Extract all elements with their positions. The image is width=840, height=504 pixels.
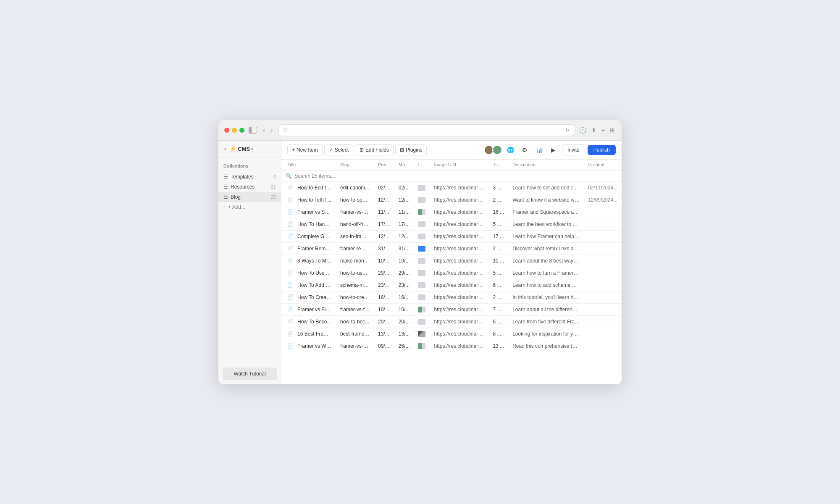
plugins-button[interactable]: ⊞ Plugins — [395, 144, 427, 155]
forward-button[interactable]: › — [269, 126, 275, 134]
cell-image-url: https://res.cloudinary.c... — [430, 328, 488, 340]
analytics-icon-button[interactable]: 📊 — [533, 144, 545, 156]
plus-icon: + — [292, 147, 295, 153]
cell-description: Learn how to add schema ma... — [508, 279, 584, 291]
table-row[interactable]: 📄 Framer vs Squ... framer-vs-s... 11/...… — [281, 206, 622, 218]
cell-image-url: https://res.cloudinary.c... — [430, 206, 488, 218]
collections-title: Collections — [218, 162, 281, 172]
url-bar[interactable]: 🛡 ↻ — [278, 124, 574, 136]
cell-created — [584, 242, 622, 255]
cell-mo: 20/... — [394, 315, 414, 328]
globe-icon-button[interactable]: 🌐 — [505, 144, 517, 156]
edit-fields-label: Edit Fields — [365, 147, 389, 153]
cell-description: Learn the best workflow to ha... — [508, 218, 584, 230]
watch-tutorial-button[interactable]: Watch Tutorial — [223, 368, 277, 380]
new-item-button[interactable]: + New Item — [287, 144, 323, 155]
sidebar-toggle-icon[interactable] — [249, 127, 257, 134]
table-row[interactable]: 📄 How To Hand ... hand-off-fra... 17/...… — [281, 218, 622, 230]
fields-icon: ⊞ — [360, 147, 364, 153]
cell-ti: 13 ... — [488, 340, 508, 352]
security-icon: 🛡 — [283, 128, 288, 133]
cell-slug: how-to-use-... — [336, 267, 374, 279]
share-icon[interactable]: ⬆ — [591, 126, 597, 134]
table-row[interactable]: 📄 How To Creat... how-to-crea... 16/... … — [281, 291, 622, 303]
add-collection-button[interactable]: + + Add... — [218, 202, 281, 212]
cell-created — [584, 291, 622, 303]
cell-img-thumb — [414, 206, 430, 218]
doc-icon: 📄 — [287, 246, 293, 251]
cell-title: 📄 How To Hand ... — [281, 218, 336, 230]
cell-title: 📄 How To Creat... — [281, 291, 336, 303]
collections-section: Collections ☰ Templates 5 ☰ Resources 21… — [218, 158, 281, 363]
cell-created — [584, 230, 622, 242]
cell-description: Learn from five different Fram... — [508, 315, 584, 328]
cell-title: 📄 Framer Remix ... — [281, 242, 336, 255]
cell-img-thumb — [414, 328, 430, 340]
cell-ti: 2 ... — [488, 194, 508, 206]
settings-icon-button[interactable]: ⚙ — [519, 144, 531, 156]
sidebar-item-resources[interactable]: ☰ Resources 21 — [218, 182, 281, 192]
sidebar-item-blog[interactable]: ☰ Blog 25 — [218, 192, 281, 202]
doc-icon: 📄 — [287, 294, 293, 300]
cell-ti: 16 ... — [488, 206, 508, 218]
edit-fields-button[interactable]: ⊞ Edit Fields — [355, 144, 394, 155]
publish-button[interactable]: Publish — [588, 145, 616, 155]
refresh-icon[interactable]: ↻ — [565, 127, 570, 133]
preview-icon-button[interactable]: ▶ — [548, 144, 559, 156]
table-row[interactable]: 📄 8 Ways To Ma... make-mone... 10/... 10… — [281, 255, 622, 267]
minimize-dot[interactable] — [232, 128, 237, 133]
cms-dropdown-icon: ▾ — [251, 147, 253, 151]
table-row[interactable]: 📄 How to Edit th... edit-canoni... 02/..… — [281, 181, 622, 194]
new-tab-icon[interactable]: + — [601, 126, 606, 134]
cell-mo: 13/... — [394, 328, 414, 340]
cell-description: Learn about the 8 best ways t... — [508, 255, 584, 267]
table-row[interactable]: 📄 Complete Gui... seo-in-framer 12/... 1… — [281, 230, 622, 242]
table-row[interactable]: 📄 Framer vs Fig... framer-vs-fi... 10/..… — [281, 303, 622, 315]
cell-slug: schema-ma... — [336, 279, 374, 291]
cell-image-url: https://res.cloudinary.c... — [430, 340, 488, 352]
cell-slug: how-to-crea... — [336, 291, 374, 303]
resources-count: 21 — [271, 184, 276, 189]
cell-image-url: https://res.cloudinary.c... — [430, 291, 488, 303]
cell-description: Learn about all the difference... — [508, 303, 584, 315]
cell-pub: 12/... — [374, 194, 394, 206]
table-row[interactable]: 📄 Framer Remix ... framer-remi... 31/...… — [281, 242, 622, 255]
sidebar-item-resources-label: Resources — [231, 184, 268, 190]
table-row[interactable]: 📄 Framer vs We... framer-vs-w... 09/... … — [281, 340, 622, 352]
sidebar-item-templates[interactable]: ☰ Templates 5 — [218, 172, 281, 182]
close-dot[interactable] — [224, 128, 229, 133]
cell-created — [584, 303, 622, 315]
table-row[interactable]: 📄 How To Add S... schema-ma... 23/... 23… — [281, 279, 622, 291]
cell-created — [584, 279, 622, 291]
cell-pub: 29/... — [374, 267, 394, 279]
doc-icon: 📄 — [287, 270, 293, 276]
cell-created — [584, 255, 622, 267]
title-text: How to Tell if ... — [297, 197, 331, 203]
maximize-dot[interactable] — [239, 128, 244, 133]
cell-image-url: https://res.cloudinary.c... — [430, 181, 488, 194]
cell-mo: 11/... — [394, 206, 414, 218]
avatar-2 — [492, 145, 502, 155]
back-button[interactable]: ‹ — [261, 126, 267, 134]
grid-icon[interactable]: ⊞ — [609, 126, 616, 134]
table-row[interactable]: 📄 16 Best Frame... best-framer... 13/...… — [281, 328, 622, 340]
app-body: ‹ ⚡ CMS ▾ Collections ☰ Templates 5 ☰ Re… — [218, 141, 622, 384]
cell-mo: 26/... — [394, 340, 414, 352]
cell-img-thumb — [414, 279, 430, 291]
table-row[interactable]: 📄 How to Tell if ... how-to-spot-... 12/… — [281, 194, 622, 206]
select-button[interactable]: ✓ Select — [324, 144, 353, 155]
cell-description: Discover what remix links are ... — [508, 242, 584, 255]
invite-button[interactable]: Invite — [562, 144, 585, 155]
history-icon[interactable]: 🕐 — [578, 126, 587, 134]
cell-title: 📄 How to Edit th... — [281, 181, 336, 194]
table-row[interactable]: 📄 How To Use F... how-to-use-... 29/... … — [281, 267, 622, 279]
table-row[interactable]: 📄 How To Beco... how-to-bec... 20/... 20… — [281, 315, 622, 328]
search-input[interactable] — [294, 173, 622, 179]
cell-mo: 29/... — [394, 267, 414, 279]
sidebar-back-button[interactable]: ‹ — [223, 145, 227, 153]
cell-title: 📄 How to Tell if ... — [281, 194, 336, 206]
cell-pub: 16/... — [374, 291, 394, 303]
title-text: How To Add S... — [297, 282, 332, 288]
title-text: How To Creat... — [297, 294, 332, 300]
doc-icon: 📄 — [287, 185, 293, 190]
